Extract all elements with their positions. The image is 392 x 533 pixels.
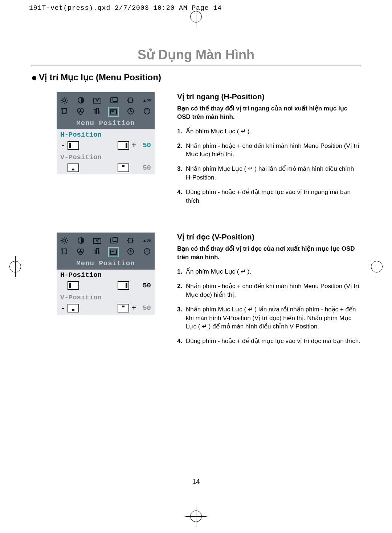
geometry-icon bbox=[60, 107, 69, 116]
vpos-step-2: Nhấn phím - hoặc + cho đến khi màn hình … bbox=[186, 282, 361, 299]
contrast-icon bbox=[76, 96, 86, 105]
row-vposition: ▲OK Menu Position H-Posit bbox=[31, 233, 361, 351]
vpos-step-3: Nhấn phím Mục Lục ( ↵ ) lần nữa rồi nhấn… bbox=[186, 305, 361, 331]
hpos-step-1: Ấn phím Mục Lục ( ↵ ). bbox=[186, 127, 361, 136]
osd-v-label: V-Position bbox=[60, 153, 102, 161]
svg-line-31 bbox=[66, 242, 67, 243]
osd-header: ▲OK Menu Position bbox=[57, 233, 155, 270]
svg-rect-20 bbox=[111, 110, 114, 112]
osd-v-value: 50 bbox=[136, 164, 151, 172]
minus-icon: - bbox=[60, 141, 65, 150]
info-icon bbox=[142, 107, 152, 116]
osd-v-slider: - + 50 bbox=[57, 303, 155, 315]
vpos-steps: 1.Ấn phím Mục Lục ( ↵ ). 2.Nhấn phím - h… bbox=[177, 267, 361, 346]
svg-line-7 bbox=[66, 98, 67, 98]
hpos-heading: Vị trí ngang (H-Position) bbox=[177, 92, 361, 101]
osd-body: H-Position 50 V-Position - bbox=[57, 270, 155, 315]
osd-h-label: H-Position bbox=[60, 271, 102, 279]
brightness-icon bbox=[60, 96, 69, 105]
minus-icon: - bbox=[60, 304, 65, 312]
frequency-icon bbox=[92, 107, 102, 116]
hpos-step-3: Nhấn phím Mục Lục ( ↵ ) hai lần để mở mà… bbox=[186, 165, 361, 182]
slider-box-right bbox=[118, 163, 129, 172]
page-number: 14 bbox=[0, 478, 392, 486]
hpos-text: Vị trí ngang (H-Position) Bạn có thể tha… bbox=[177, 92, 361, 211]
page: 191T-vet(press).qxd 2/7/2003 10:20 AM Pa… bbox=[0, 0, 392, 533]
title-rule bbox=[31, 65, 361, 65]
svg-point-25 bbox=[63, 239, 66, 242]
osd-v-value: 50 bbox=[136, 304, 151, 312]
frequency-icon bbox=[92, 247, 102, 256]
slider-box-right bbox=[118, 141, 129, 150]
svg-line-5 bbox=[62, 98, 62, 98]
content-area: Sử Dụng Màn Hình ●Vị trí Mục lục (Menu P… bbox=[31, 47, 361, 373]
image-lock-icon bbox=[93, 96, 102, 105]
osd-h-value: 50 bbox=[136, 282, 151, 290]
plus-icon: + bbox=[131, 304, 136, 312]
section-heading: ●Vị trí Mục lục (Menu Position) bbox=[31, 72, 361, 84]
slider-box-left bbox=[68, 304, 79, 312]
brightness-icon bbox=[60, 236, 69, 245]
clock-icon bbox=[126, 107, 135, 116]
ok-icon: ▲OK bbox=[142, 236, 152, 245]
slider-box-left bbox=[68, 281, 79, 290]
svg-point-48 bbox=[146, 250, 147, 251]
page-title: Sử Dụng Màn Hình bbox=[31, 47, 361, 62]
hpos-step-2: Nhấn phím - hoặc + cho đến khi màn hình … bbox=[186, 142, 361, 159]
row-hposition: ▲OK Menu Position H-Posit bbox=[31, 92, 361, 211]
crop-mark-left bbox=[9, 261, 21, 272]
osd-v-label: V-Position bbox=[60, 294, 102, 302]
svg-line-33 bbox=[62, 242, 62, 243]
osd-title: Menu Position bbox=[60, 119, 152, 127]
svg-rect-11 bbox=[111, 98, 117, 103]
svg-line-32 bbox=[66, 238, 67, 239]
position-icon bbox=[109, 236, 119, 245]
vpos-heading: Vị trí dọc (V-Position) bbox=[177, 233, 361, 241]
osd-v-slider: 50 bbox=[57, 163, 155, 174]
hpos-steps: 1.Ấn phím Mục Lục ( ↵ ). 2.Nhấn phím - h… bbox=[177, 127, 361, 205]
svg-rect-13 bbox=[128, 98, 132, 103]
svg-point-0 bbox=[63, 99, 66, 102]
geometry-icon bbox=[60, 247, 69, 256]
svg-rect-45 bbox=[111, 251, 114, 252]
slider-box-left bbox=[68, 163, 79, 172]
crop-mark-top bbox=[190, 11, 202, 23]
hpos-step-4: Dùng phím - hoặc + để đặt mục lục vào vị… bbox=[186, 188, 361, 205]
bullet-icon: ● bbox=[31, 72, 37, 83]
color-icon bbox=[76, 247, 85, 256]
svg-line-6 bbox=[66, 102, 67, 103]
osd-title: Menu Position bbox=[60, 259, 152, 267]
slider-box-left bbox=[68, 141, 79, 150]
contrast-icon bbox=[76, 236, 86, 245]
hpos-lead: Bạn có thể thay đổi vị trí ngang của nơi… bbox=[177, 105, 361, 121]
section-heading-text: Vị trí Mục lục (Menu Position) bbox=[39, 72, 161, 82]
osd-body: H-Position - + 50 V-Position bbox=[57, 129, 155, 174]
position-icon bbox=[109, 96, 119, 105]
crop-mark-right bbox=[371, 261, 383, 272]
reset-icon bbox=[126, 96, 135, 105]
vpos-text: Vị trí dọc (V-Position) Bạn có thể thay … bbox=[177, 233, 361, 351]
svg-rect-38 bbox=[128, 238, 132, 243]
osd-panel-v: ▲OK Menu Position H-Posit bbox=[57, 233, 162, 351]
reset-icon bbox=[126, 236, 135, 245]
clock-icon bbox=[126, 247, 135, 256]
slider-box-right bbox=[118, 281, 129, 290]
image-lock-icon bbox=[93, 236, 102, 245]
plus-icon: + bbox=[131, 141, 136, 150]
osd-h-value: 50 bbox=[136, 141, 151, 149]
svg-point-23 bbox=[146, 109, 147, 110]
vpos-step-4: Dùng phím - hoặc + để đặt mục lục vào vị… bbox=[186, 337, 361, 346]
osd-h-label: H-Position bbox=[60, 131, 102, 139]
ok-icon: ▲OK bbox=[142, 96, 152, 105]
color-icon bbox=[76, 107, 85, 116]
osd-screen: ▲OK Menu Position H-Posit bbox=[57, 233, 155, 315]
svg-line-30 bbox=[62, 238, 62, 239]
osd-h-slider: 50 bbox=[57, 280, 155, 292]
osd-h-slider: - + 50 bbox=[57, 140, 155, 152]
menu-position-icon bbox=[108, 107, 119, 117]
info-icon bbox=[142, 247, 152, 256]
svg-rect-36 bbox=[111, 238, 117, 243]
press-meta: 191T-vet(press).qxd 2/7/2003 10:20 AM Pa… bbox=[29, 4, 222, 12]
osd-header: ▲OK Menu Position bbox=[57, 92, 155, 129]
vpos-step-1: Ấn phím Mục Lục ( ↵ ). bbox=[186, 267, 361, 276]
